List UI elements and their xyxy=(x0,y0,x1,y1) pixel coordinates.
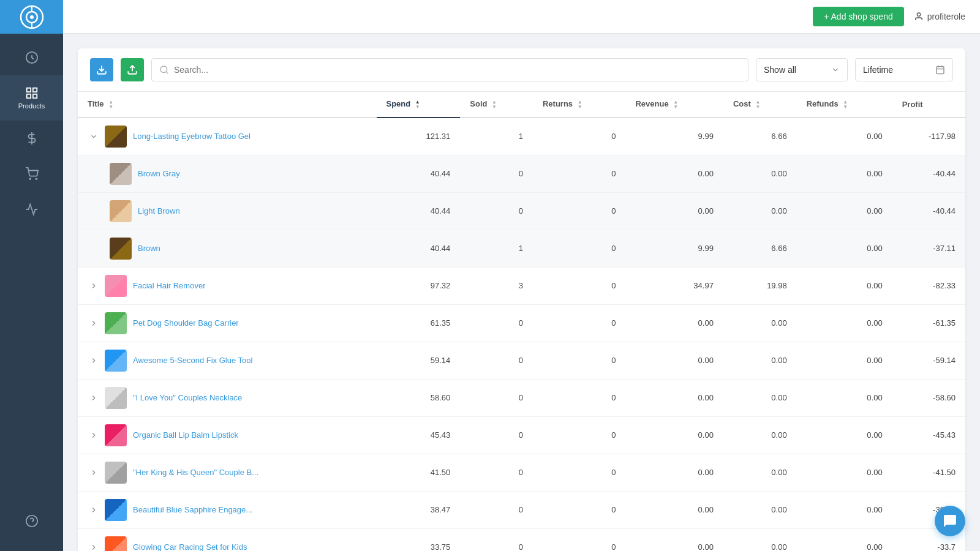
sold-cell: 0 xyxy=(460,454,533,491)
refunds-cell: 0.00 xyxy=(797,491,892,528)
col-cost[interactable]: Cost ▲▼ xyxy=(723,92,797,118)
sidebar-item-dashboard[interactable] xyxy=(0,40,63,75)
refunds-cell: 0.00 xyxy=(797,379,892,416)
title-cell: Brown xyxy=(78,230,377,267)
profit-cell: -37.11 xyxy=(892,230,965,267)
expand-button[interactable] xyxy=(88,541,100,551)
sidebar-item-marketing[interactable] xyxy=(0,192,63,227)
revenue-cell: 0.00 xyxy=(625,342,723,379)
expand-button[interactable] xyxy=(88,392,100,404)
table-row: Beautiful Blue Sapphire Engage... 38.470… xyxy=(78,491,965,528)
cost-cell: 0.00 xyxy=(723,155,797,192)
returns-cell: 0 xyxy=(533,192,626,230)
sidebar-item-products[interactable]: Products xyxy=(0,75,63,121)
revenue-cell: 9.99 xyxy=(625,230,723,267)
svg-rect-20 xyxy=(937,67,944,74)
table-row: "I Love You" Couples Necklace 58.60000.0… xyxy=(78,379,965,416)
product-name[interactable]: "I Love You" Couples Necklace xyxy=(133,393,242,402)
col-profit[interactable]: Profit xyxy=(892,92,965,118)
sold-cell: 0 xyxy=(460,416,533,454)
table-row: Facial Hair Remover 97.323034.9719.980.0… xyxy=(78,267,965,304)
col-revenue[interactable]: Revenue ▲▼ xyxy=(625,92,723,118)
refunds-cell: 0.00 xyxy=(797,528,892,551)
profit-cell: -58.60 xyxy=(892,379,965,416)
expand-button[interactable] xyxy=(88,467,100,479)
sidebar-logo[interactable] xyxy=(0,0,63,34)
download-button[interactable] xyxy=(90,58,113,81)
sidebar-item-revenue[interactable] xyxy=(0,121,63,156)
col-returns[interactable]: Returns ▲▼ xyxy=(533,92,626,118)
product-name[interactable]: Organic Ball Lip Balm Lipstick xyxy=(133,430,238,440)
sidebar-item-orders[interactable] xyxy=(0,156,63,192)
expand-button[interactable] xyxy=(88,354,100,367)
returns-cell: 0 xyxy=(533,491,626,528)
sold-cell: 0 xyxy=(460,304,533,342)
product-thumbnail xyxy=(105,424,127,446)
table-row: Light Brown 40.44000.000.000.00-40.44 xyxy=(78,192,965,230)
sidebar-item-help[interactable] xyxy=(25,503,39,539)
product-name[interactable]: "Her King & His Queen" Couple B... xyxy=(133,468,258,477)
table-row: Brown Gray 40.44000.000.000.00-40.44 xyxy=(78,155,965,192)
svg-line-19 xyxy=(166,72,168,73)
filter-dropdown[interactable]: Show all xyxy=(756,58,848,81)
revenue-cell: 0.00 xyxy=(625,304,723,342)
upload-button[interactable] xyxy=(121,58,144,81)
expand-button[interactable] xyxy=(88,429,100,441)
chat-bubble[interactable] xyxy=(935,506,965,536)
returns-cell: 0 xyxy=(533,416,626,454)
table-row: "Her King & His Queen" Couple B... 41.50… xyxy=(78,454,965,491)
expand-button[interactable] xyxy=(88,504,100,516)
date-dropdown[interactable]: Lifetime xyxy=(855,58,953,81)
product-thumbnail xyxy=(110,163,132,185)
sold-cell: 0 xyxy=(460,342,533,379)
spend-cell: 40.44 xyxy=(377,192,461,230)
returns-cell: 0 xyxy=(533,230,626,267)
col-sold[interactable]: Sold ▲▼ xyxy=(460,92,533,118)
expand-button[interactable] xyxy=(88,280,100,292)
cost-cell: 0.00 xyxy=(723,192,797,230)
col-spend[interactable]: Spend ▲▼ xyxy=(377,92,461,118)
product-name[interactable]: Pet Dog Shoulder Bag Carrier xyxy=(133,318,239,328)
refunds-cell: 0.00 xyxy=(797,304,892,342)
table-row: Pet Dog Shoulder Bag Carrier 61.35000.00… xyxy=(78,304,965,342)
product-name[interactable]: Awesome 5-Second Fix Glue Tool xyxy=(133,356,252,365)
sidebar-products-label: Products xyxy=(18,102,45,110)
spend-cell: 58.60 xyxy=(377,379,461,416)
product-name[interactable]: Long-Lasting Eyebrow Tattoo Gel xyxy=(133,132,251,141)
refunds-cell: 0.00 xyxy=(797,155,892,192)
sort-icon-spend: ▲▼ xyxy=(415,100,420,110)
search-input[interactable] xyxy=(174,65,741,75)
products-table: Title ▲▼ Spend ▲▼ Sold xyxy=(78,92,965,551)
product-name[interactable]: Brown xyxy=(138,244,160,253)
svg-rect-7 xyxy=(32,88,36,92)
table-row: Long-Lasting Eyebrow Tattoo Gel 121.3110… xyxy=(78,118,965,156)
returns-cell: 0 xyxy=(533,528,626,551)
refunds-cell: 0.00 xyxy=(797,454,892,491)
expand-button[interactable] xyxy=(88,317,100,329)
product-name[interactable]: Glowing Car Racing Set for Kids xyxy=(133,542,247,551)
profit-cell: -61.35 xyxy=(892,304,965,342)
title-cell: Facial Hair Remover xyxy=(78,267,377,304)
product-name[interactable]: Beautiful Blue Sapphire Engage... xyxy=(133,505,252,514)
product-thumbnail xyxy=(105,499,127,521)
profit-cell: -82.33 xyxy=(892,267,965,304)
svg-rect-9 xyxy=(32,94,36,98)
product-name[interactable]: Brown Gray xyxy=(138,169,180,178)
cost-cell: 0.00 xyxy=(723,491,797,528)
title-cell: Brown Gray xyxy=(78,155,377,192)
product-thumbnail xyxy=(105,126,127,148)
product-thumbnail xyxy=(105,275,127,297)
profit-cell: -45.43 xyxy=(892,416,965,454)
product-name[interactable]: Facial Hair Remover xyxy=(133,281,205,290)
expand-button[interactable] xyxy=(88,130,100,143)
profit-cell: -41.50 xyxy=(892,454,965,491)
returns-cell: 0 xyxy=(533,118,626,156)
col-refunds[interactable]: Refunds ▲▼ xyxy=(797,92,892,118)
download-icon xyxy=(96,64,107,75)
add-shop-spend-button[interactable]: + Add shop spend xyxy=(813,7,904,26)
refunds-cell: 0.00 xyxy=(797,267,892,304)
product-name[interactable]: Light Brown xyxy=(138,206,180,216)
spend-cell: 40.44 xyxy=(377,230,461,267)
returns-cell: 0 xyxy=(533,342,626,379)
col-title[interactable]: Title ▲▼ xyxy=(78,92,377,118)
